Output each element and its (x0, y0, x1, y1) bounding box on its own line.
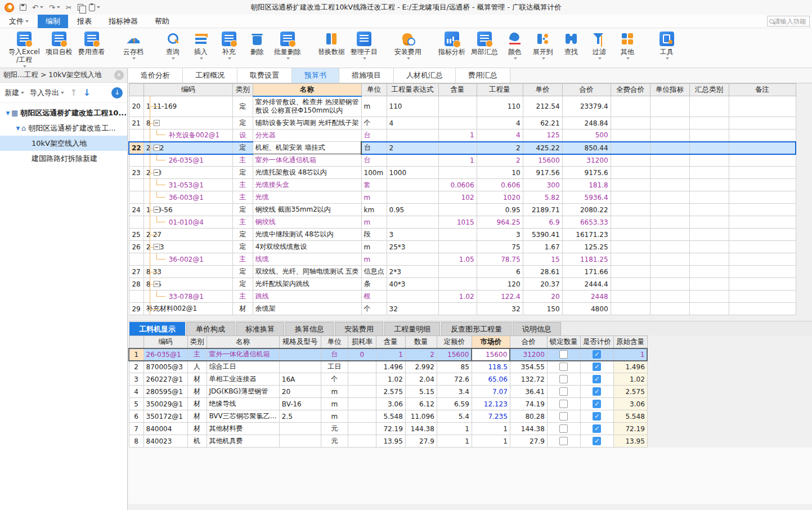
cell-note[interactable] (729, 216, 796, 229)
row-number[interactable] (129, 191, 143, 204)
cell-is-priced[interactable]: ✓ (580, 386, 613, 398)
table-row[interactable]: 126-035@1主室外一体化通信机箱台012156001560031200✓1 (129, 348, 647, 361)
cell-hl[interactable]: 13.95 (376, 435, 405, 448)
cell-unit[interactable]: m (321, 398, 348, 410)
cell-fullfee[interactable] (611, 204, 650, 216)
lock-qty-checkbox[interactable] (559, 387, 568, 396)
cell-spec[interactable] (279, 435, 321, 448)
table-row[interactable]: 278-33定双绞线、光纤、同轴电缆测试 五类信息点2*3628.61171.6… (129, 266, 796, 278)
menu-help[interactable]: 帮助 (147, 15, 177, 28)
cell-name[interactable]: 室外排管敷设、检查井 热浸塑钢管敷设 公称直径Φ150mm以内 (253, 96, 361, 117)
is-priced-checkbox[interactable]: ✓ (593, 375, 601, 383)
cell-note[interactable] (729, 290, 796, 303)
column-header-8[interactable]: 单价 (523, 84, 562, 96)
cell-note[interactable] (729, 167, 796, 179)
cell-unitidx[interactable] (650, 229, 689, 241)
cell-hl[interactable]: 1.496 (376, 361, 405, 373)
cell-loss[interactable] (348, 386, 376, 398)
cell-hl[interactable] (438, 142, 477, 154)
lock-qty-checkbox[interactable] (559, 350, 568, 359)
cell-name[interactable]: 分光器 (253, 129, 361, 142)
cell-total[interactable]: 2444.4 (562, 278, 611, 290)
move-up-button[interactable]: ↑ (70, 87, 77, 98)
cell-deprice[interactable]: 72.6 (437, 373, 472, 386)
column-header-4[interactable]: 单位 (361, 84, 387, 96)
cell-name[interactable]: 光缆中继段测试 48芯以内 (253, 229, 361, 241)
cell-fullfee[interactable] (611, 96, 650, 117)
cell-code[interactable]: 840004 (143, 423, 187, 435)
cell-fullfee[interactable] (611, 117, 650, 129)
table-row[interactable]: 201-11-169定室外排管敷设、检查井 热浸塑钢管敷设 公称直径Φ150mm… (129, 96, 796, 117)
column-header-12[interactable]: 锁定数量 (547, 336, 580, 348)
cell-name[interactable]: 余缆架 (253, 303, 361, 315)
insert-button[interactable]: 插入 (187, 32, 215, 60)
cell-name[interactable]: 线缆 (253, 253, 361, 266)
cell-num[interactable]: 2 (129, 361, 143, 373)
column-header-9[interactable]: 定额价 (437, 336, 472, 348)
cell-unit[interactable]: m (361, 253, 387, 266)
collapse-node-icon[interactable]: − (154, 244, 160, 250)
lock-qty-checkbox[interactable] (559, 375, 568, 383)
fee-view-button[interactable]: 费用查看 (75, 32, 108, 60)
cell-sumcat[interactable] (689, 96, 729, 117)
column-header-5[interactable]: 工程量表达式 (387, 84, 438, 96)
cell-unitidx[interactable] (650, 154, 689, 167)
cell-code[interactable]: −8-25 (143, 278, 232, 290)
replace-data-button[interactable]: 替换数据 (315, 32, 348, 60)
cell-sumcat[interactable] (689, 266, 729, 278)
lock-qty-checkbox[interactable] (559, 412, 568, 420)
table-row[interactable]: 31-053@1主光缆接头盒套0.06060.606300181.8 (129, 179, 796, 191)
cell-total[interactable]: 2080.22 (562, 204, 611, 216)
cell-code[interactable]: −2-2-3 (143, 241, 232, 253)
detail-tab-4[interactable]: 安装费用 (335, 322, 383, 335)
is-priced-checkbox[interactable]: ✓ (593, 400, 601, 408)
row-number[interactable]: 26 (129, 241, 143, 253)
cell-cat[interactable]: 定 (232, 167, 253, 179)
cell-unit[interactable]: m (361, 216, 387, 229)
cell-expr[interactable]: 1000 (387, 167, 438, 179)
cell-sumcat[interactable] (689, 241, 729, 253)
row-number[interactable]: 21 (129, 117, 143, 129)
save-button[interactable] (20, 4, 26, 11)
cell-hl[interactable]: 1015 (438, 216, 477, 229)
cell-unitidx[interactable] (650, 253, 689, 266)
cell-hl[interactable] (438, 266, 477, 278)
cell-spec[interactable]: 20 (279, 386, 321, 398)
row-number[interactable]: 25 (129, 229, 143, 241)
cell-is-priced[interactable]: ✓ (580, 361, 613, 373)
cell-total[interactable]: 74.19 (510, 398, 547, 410)
cell-cat[interactable]: 主 (232, 253, 253, 266)
cell-code[interactable]: 2-27 (143, 229, 232, 241)
detail-tab-5[interactable]: 工程量明细 (384, 322, 440, 335)
cell-code[interactable]: −1-10-56 (143, 204, 232, 216)
tab-3[interactable]: 预算书 (292, 68, 339, 83)
row-number[interactable]: 23 (129, 167, 143, 179)
cell-cat[interactable]: 主 (232, 290, 253, 303)
cell-qty[interactable]: 5.15 (405, 386, 437, 398)
cell-name[interactable]: 辅助设备安装与调测 光纤配线子架 (253, 117, 361, 129)
row-number[interactable]: 27 (129, 266, 143, 278)
cell-qty[interactable]: 32 (477, 303, 523, 315)
delete-button[interactable]: 删除 (243, 32, 271, 60)
column-header-7[interactable]: 工程量 (477, 84, 523, 96)
table-row[interactable]: 22−2-2-2定机柜、机架安装 墙挂式台22425.22850.44 (129, 142, 796, 154)
cell-cat[interactable]: 材 (187, 373, 207, 386)
table-row[interactable]: 29补充材料002@1材余缆架个32321504800 (129, 303, 796, 315)
cell-unit[interactable]: m (361, 241, 387, 253)
cell-unitidx[interactable] (650, 241, 689, 253)
cell-price[interactable]: 917.56 (523, 167, 562, 179)
project-self-check-button[interactable]: 项目自检 (43, 32, 75, 60)
cell-sumcat[interactable] (689, 179, 729, 191)
column-header-6[interactable]: 损耗率 (348, 336, 376, 348)
cell-qty[interactable]: 4 (477, 129, 523, 142)
cell-unit[interactable]: 台 (321, 348, 348, 361)
cell-note[interactable] (729, 191, 796, 204)
cell-qty[interactable]: 2.992 (405, 361, 437, 373)
column-header-11[interactable]: 合价 (510, 336, 547, 348)
cell-unitidx[interactable] (650, 303, 689, 315)
cell-hl[interactable]: 2.575 (376, 386, 405, 398)
table-row[interactable]: 5350029@1材绝缘导线BV-16m3.066.126.5912.12374… (129, 398, 647, 410)
cell-unit[interactable]: 套 (361, 179, 387, 191)
cell-unit[interactable]: m (321, 386, 348, 398)
cell-cat[interactable]: 材 (187, 423, 207, 435)
